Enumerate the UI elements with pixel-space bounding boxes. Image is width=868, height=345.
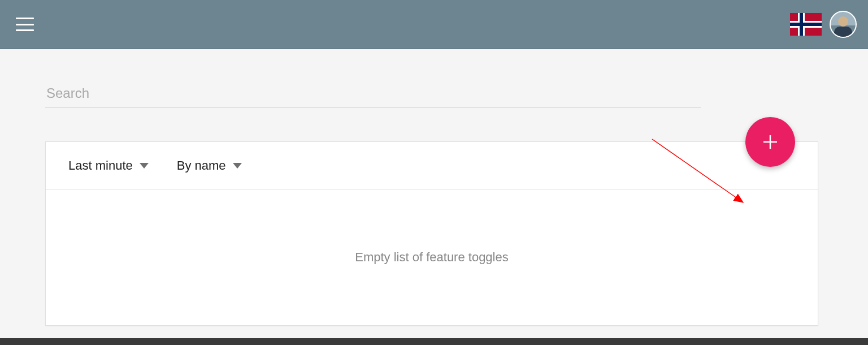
sort-filter[interactable]: By name bbox=[177, 158, 242, 173]
feature-toggle-card: Last minute By name Empty list of featur… bbox=[45, 141, 818, 326]
menu-icon[interactable] bbox=[16, 18, 34, 31]
chevron-down-icon bbox=[140, 163, 149, 169]
svg-marker-2 bbox=[140, 163, 149, 169]
card-body: Empty list of feature toggles bbox=[46, 189, 818, 325]
svg-marker-3 bbox=[233, 163, 242, 169]
search-field-wrap bbox=[45, 82, 823, 107]
card-filter-bar: Last minute By name bbox=[46, 142, 818, 189]
footer-bar bbox=[0, 338, 868, 345]
add-button[interactable] bbox=[745, 117, 795, 167]
main-content: Last minute By name Empty list of featur… bbox=[0, 82, 868, 326]
app-header bbox=[0, 0, 868, 49]
time-filter[interactable]: Last minute bbox=[68, 158, 149, 173]
header-right bbox=[790, 11, 857, 38]
locale-flag-icon[interactable] bbox=[790, 13, 822, 36]
chevron-down-icon bbox=[233, 163, 242, 169]
sort-filter-label: By name bbox=[177, 158, 226, 173]
avatar[interactable] bbox=[830, 11, 857, 38]
empty-state-text: Empty list of feature toggles bbox=[355, 250, 508, 265]
search-input[interactable] bbox=[45, 82, 701, 107]
plus-icon bbox=[762, 134, 778, 150]
time-filter-label: Last minute bbox=[68, 158, 133, 173]
